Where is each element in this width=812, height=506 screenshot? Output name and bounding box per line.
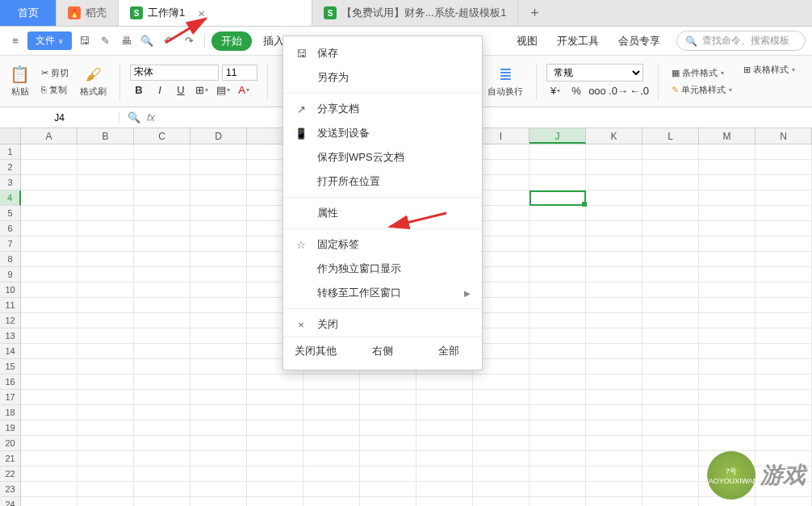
cell[interactable] [303,374,360,390]
cell[interactable] [699,328,755,344]
comma-button[interactable]: ooo [588,83,606,99]
cell[interactable] [642,451,699,466]
cell[interactable] [21,175,77,190]
cell[interactable] [303,420,360,436]
bold-button[interactable]: B [130,82,148,98]
cell[interactable] [699,359,755,374]
cell[interactable] [642,144,699,160]
cell[interactable] [699,420,755,436]
cell[interactable] [755,390,812,405]
cell[interactable] [190,221,247,236]
cell[interactable] [134,420,190,436]
cell[interactable] [755,359,812,374]
row-header[interactable]: 22 [0,466,21,482]
cell[interactable] [77,482,134,497]
cell[interactable] [190,175,247,190]
row-header[interactable]: 23 [0,482,21,497]
cell[interactable] [755,236,812,252]
cell[interactable] [134,206,190,221]
cell[interactable] [77,405,134,420]
cell[interactable] [360,390,416,405]
cell[interactable] [755,313,812,328]
cell[interactable] [529,390,586,405]
cell[interactable] [586,390,642,405]
cell-style-button[interactable]: ✎单元格样式▾ [668,82,735,98]
cell[interactable] [77,267,134,282]
cell[interactable] [699,390,755,405]
cell[interactable] [77,390,134,405]
cell[interactable] [755,252,812,267]
cell[interactable] [642,436,699,451]
cell[interactable] [190,313,247,328]
cell[interactable] [303,405,360,420]
cell[interactable] [77,451,134,466]
cell[interactable] [586,451,642,466]
col-header[interactable]: C [134,128,190,144]
cell[interactable] [586,236,642,252]
cell[interactable] [586,282,642,298]
cell[interactable] [755,282,812,298]
row-header[interactable]: 13 [0,328,21,344]
cell[interactable] [473,420,529,436]
menu-icon[interactable]: ≡ [6,32,24,50]
menu-item[interactable]: 🖫保存 [283,41,482,65]
cell[interactable] [77,160,134,175]
cell[interactable] [303,482,360,497]
cell[interactable] [134,466,190,482]
cell[interactable] [21,267,77,282]
cell[interactable] [77,374,134,390]
cell[interactable] [586,206,642,221]
cell[interactable] [21,390,77,405]
row-header[interactable]: 6 [0,221,21,236]
row-header[interactable]: 24 [0,497,21,506]
cell[interactable] [699,160,755,175]
cell[interactable] [77,359,134,374]
cell[interactable] [529,313,586,328]
cell[interactable] [642,175,699,190]
row-header[interactable]: 10 [0,282,21,298]
cell[interactable] [134,497,190,506]
tab-home[interactable]: 首页 [0,0,57,26]
cell[interactable] [642,160,699,175]
cell[interactable] [699,282,755,298]
fx-icon[interactable]: fx [147,111,155,123]
cell[interactable] [134,482,190,497]
cell[interactable] [473,466,529,482]
row-header[interactable]: 15 [0,359,21,374]
cell[interactable] [190,206,247,221]
row-header[interactable]: 5 [0,206,21,221]
cell[interactable] [247,497,303,506]
cancel-icon[interactable]: 🔍 [128,111,140,123]
cell[interactable] [134,344,190,359]
cell[interactable] [586,405,642,420]
cell[interactable] [642,420,699,436]
cell[interactable] [360,436,416,451]
cell[interactable] [699,206,755,221]
cond-format-button[interactable]: ▦条件格式▾ [668,65,735,81]
save-icon[interactable]: 🖫 [75,32,93,50]
row-header[interactable]: 3 [0,175,21,190]
cell[interactable] [21,436,77,451]
cell[interactable] [21,144,77,160]
cell[interactable] [360,405,416,420]
cell[interactable] [699,405,755,420]
percent-button[interactable]: % [567,83,585,99]
tab-workbook1[interactable]: S 工作簿1 × [119,0,312,26]
ribbon-tab-dev[interactable]: 开发工具 [549,31,607,52]
cell[interactable] [190,282,247,298]
cell[interactable] [77,282,134,298]
cell[interactable] [529,221,586,236]
currency-button[interactable]: ¥▾ [546,83,564,99]
cell[interactable] [529,497,586,506]
cell[interactable] [360,374,416,390]
cell[interactable] [247,482,303,497]
cell[interactable] [642,390,699,405]
cell[interactable] [642,497,699,506]
cell[interactable] [755,190,812,206]
cell[interactable] [529,190,586,206]
cell[interactable] [586,344,642,359]
cell[interactable] [529,175,586,190]
cell[interactable] [416,405,473,420]
cell[interactable] [77,420,134,436]
row-header[interactable]: 9 [0,267,21,282]
